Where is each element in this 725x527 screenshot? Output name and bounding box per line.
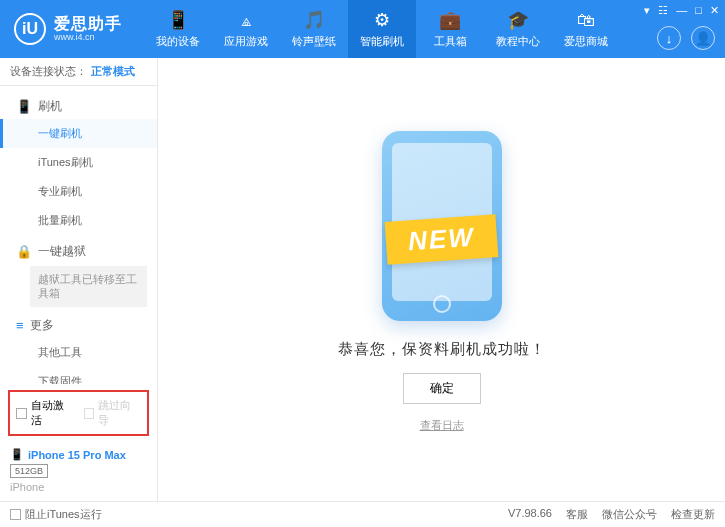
minimize-icon[interactable]: —	[676, 4, 687, 17]
group-icon: 🔒	[16, 244, 32, 259]
maximize-icon[interactable]: □	[695, 4, 702, 17]
ok-button[interactable]: 确定	[403, 373, 481, 404]
group-label: 一键越狱	[38, 243, 86, 260]
status-mode: 正常模式	[91, 64, 135, 79]
device-name: iPhone 15 Pro Max	[28, 449, 126, 461]
sidebar-item[interactable]: 专业刷机	[0, 177, 157, 206]
sidebar-group-2[interactable]: ≡更多	[0, 309, 157, 338]
highlighted-options: 自动激活 跳过向导	[8, 390, 149, 436]
nav-label: 爱思商城	[564, 34, 608, 49]
sidebar-item[interactable]: 一键刷机	[0, 119, 157, 148]
auto-activate-label: 自动激活	[31, 398, 74, 428]
nav-item-6[interactable]: 🛍爱思商城	[552, 0, 620, 58]
app-name: 爱思助手	[54, 15, 122, 33]
nav-item-1[interactable]: ⟁应用游戏	[212, 0, 280, 58]
download-button[interactable]: ↓	[657, 26, 681, 50]
nav-icon: 🎵	[303, 9, 325, 31]
block-itunes-label: 阻止iTunes运行	[25, 507, 102, 522]
connection-status: 设备连接状态： 正常模式	[0, 58, 157, 86]
nav-label: 智能刷机	[360, 34, 404, 49]
skip-guide-label: 跳过向导	[98, 398, 141, 428]
new-ribbon: NEW	[385, 214, 498, 265]
view-log-link[interactable]: 查看日志	[420, 418, 464, 433]
device-info: 📱 iPhone 15 Pro Max 512GB iPhone	[0, 442, 157, 501]
nav-item-3[interactable]: ⚙智能刷机	[348, 0, 416, 58]
app-logo: iU 爱思助手 www.i4.cn	[0, 13, 136, 45]
nav-icon: 🛍	[577, 10, 595, 31]
logo-icon: iU	[14, 13, 46, 45]
group-icon: 📱	[16, 99, 32, 114]
nav-label: 应用游戏	[224, 34, 268, 49]
wechat-link[interactable]: 微信公众号	[602, 507, 657, 522]
close-icon[interactable]: ✕	[710, 4, 719, 17]
menu-icon[interactable]: ▾	[644, 4, 650, 17]
grid-icon[interactable]: ☷	[658, 4, 668, 17]
block-itunes-checkbox[interactable]: 阻止iTunes运行	[10, 507, 102, 522]
nav-label: 我的设备	[156, 34, 200, 49]
phone-icon: 📱	[10, 448, 24, 461]
group-label: 刷机	[38, 98, 62, 115]
nav-icon: 💼	[439, 9, 461, 31]
update-link[interactable]: 检查更新	[671, 507, 715, 522]
sidebar-item[interactable]: iTunes刷机	[0, 148, 157, 177]
nav-label: 教程中心	[496, 34, 540, 49]
nav-label: 铃声壁纸	[292, 34, 336, 49]
group-icon: ≡	[16, 318, 24, 333]
success-illustration: NEW	[332, 126, 552, 326]
nav-icon: 📱	[167, 9, 189, 31]
nav-item-2[interactable]: 🎵铃声壁纸	[280, 0, 348, 58]
nav-label: 工具箱	[434, 34, 467, 49]
device-storage: 512GB	[10, 464, 48, 478]
nav-item-5[interactable]: 🎓教程中心	[484, 0, 552, 58]
support-link[interactable]: 客服	[566, 507, 588, 522]
version-label: V7.98.66	[508, 507, 552, 522]
nav-item-0[interactable]: 📱我的设备	[144, 0, 212, 58]
nav-icon: ⟁	[241, 10, 252, 31]
nav-icon: ⚙	[374, 9, 390, 31]
status-label: 设备连接状态：	[10, 64, 87, 79]
sidebar-group-1[interactable]: 🔒一键越狱	[0, 235, 157, 264]
sidebar-item[interactable]: 其他工具	[0, 338, 157, 367]
app-url: www.i4.cn	[54, 33, 122, 43]
sidebar-group-0[interactable]: 📱刷机	[0, 90, 157, 119]
success-message: 恭喜您，保资料刷机成功啦！	[338, 340, 546, 359]
nav-icon: 🎓	[507, 9, 529, 31]
group-label: 更多	[30, 317, 54, 334]
sidebar-item: 越狱工具已转移至工具箱	[30, 266, 147, 307]
sidebar-item[interactable]: 下载固件	[0, 367, 157, 384]
skip-guide-checkbox[interactable]: 跳过向导	[84, 398, 142, 428]
user-button[interactable]: 👤	[691, 26, 715, 50]
nav-item-4[interactable]: 💼工具箱	[416, 0, 484, 58]
device-type: iPhone	[10, 481, 147, 493]
auto-activate-checkbox[interactable]: 自动激活	[16, 398, 74, 428]
sidebar-item[interactable]: 批量刷机	[0, 206, 157, 235]
